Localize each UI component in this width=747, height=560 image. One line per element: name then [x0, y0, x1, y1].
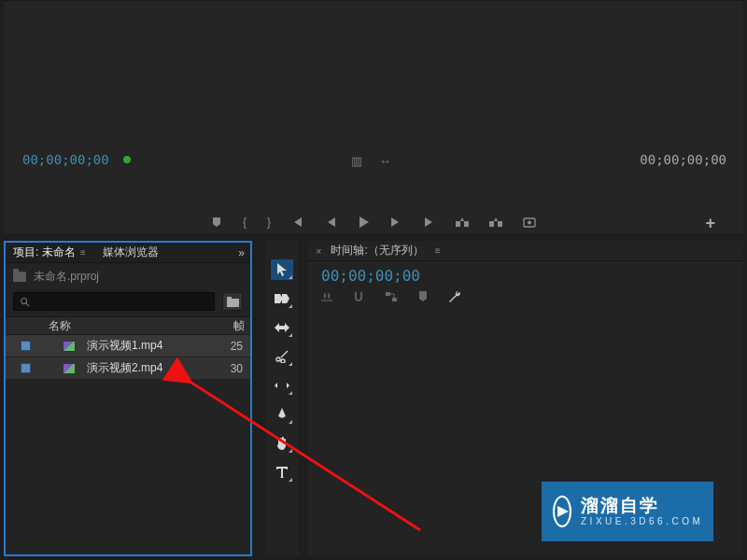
add-marker-icon[interactable] [211, 217, 222, 228]
insert-sequence-icon[interactable] [321, 291, 332, 305]
monitor-timecode-duration: 00;00;00;00 [640, 152, 726, 167]
selection-tool[interactable] [271, 259, 293, 280]
project-list-header: 名称 帧 [6, 316, 250, 335]
tool-submenu-icon [289, 420, 292, 424]
label-color-chip[interactable] [21, 363, 31, 373]
program-monitor: 00;00;00;00 00;00;00;00 ▥ ↔ { } [4, 0, 743, 233]
svg-rect-1 [464, 221, 469, 227]
item-name: 演示视频2.mp4 [87, 360, 222, 376]
watermark-url: ZIXUE.3D66.COM [581, 516, 703, 527]
tool-submenu-icon [289, 304, 292, 308]
select-zoom-icon[interactable]: ▥ [351, 154, 362, 168]
svg-rect-8 [227, 299, 239, 307]
tool-submenu-icon [289, 362, 292, 366]
go-to-in-icon[interactable] [291, 217, 304, 228]
track-select-tool[interactable] [271, 288, 293, 309]
panel-menu-icon[interactable]: ≡ [80, 247, 86, 258]
video-file-icon [63, 341, 76, 352]
project-file-name: 未命名.prproj [34, 269, 99, 285]
panel-menu-icon[interactable]: ≡ [435, 245, 441, 256]
tool-submenu-icon [289, 478, 292, 482]
tool-submenu-icon [289, 391, 292, 395]
slip-tool[interactable] [271, 375, 293, 396]
watermark-logo-icon [553, 496, 571, 527]
project-item-row[interactable]: 演示视频1.mp4 25 [6, 335, 250, 357]
transport-controls: { } [4, 211, 743, 233]
type-tool[interactable] [271, 462, 293, 483]
item-name: 演示视频1.mp4 [87, 338, 222, 354]
svg-rect-0 [456, 221, 460, 227]
button-editor-icon[interactable]: + [705, 214, 715, 233]
svg-point-5 [528, 221, 531, 225]
project-panel: 项目: 未命名 ≡ 媒体浏览器 » 未命名.prproj 名称 帧 演示视频1.… [4, 241, 252, 556]
hand-tool[interactable] [271, 433, 293, 454]
settings-dropdown-icon[interactable]: ↔ [379, 154, 391, 168]
watermark: 溜溜自学 ZIXUE.3D66.COM [542, 482, 713, 541]
tool-palette [265, 241, 299, 556]
tool-submenu-icon [289, 333, 292, 337]
project-item-row[interactable]: 演示视频2.mp4 30 [6, 357, 250, 380]
razor-tool[interactable] [271, 346, 293, 367]
column-framerate[interactable]: 帧 [222, 318, 250, 334]
pen-tool[interactable] [271, 404, 293, 425]
dropped-frame-indicator [123, 156, 131, 163]
item-framerate: 30 [222, 362, 250, 375]
close-tab-icon[interactable]: × [316, 245, 321, 257]
svg-rect-9 [227, 297, 232, 299]
bin-icon [13, 272, 26, 282]
video-file-icon [63, 363, 76, 374]
export-frame-icon[interactable] [523, 217, 536, 228]
project-search-row [6, 290, 250, 316]
tool-submenu-icon [289, 275, 292, 279]
ripple-edit-tool[interactable] [271, 317, 293, 338]
column-name[interactable]: 名称 [6, 318, 222, 334]
search-input[interactable] [13, 292, 215, 311]
play-icon[interactable] [357, 216, 370, 229]
label-color-chip[interactable] [21, 341, 31, 351]
add-marker-icon[interactable] [418, 291, 428, 305]
step-back-icon[interactable] [325, 217, 336, 228]
watermark-title: 溜溜自学 [581, 496, 703, 517]
svg-point-6 [21, 298, 27, 303]
project-panel-tabs: 项目: 未命名 ≡ 媒体浏览器 » [6, 243, 250, 263]
timeline-tab-label[interactable]: 时间轴:（无序列） [331, 243, 423, 259]
monitor-timecode-in[interactable]: 00;00;00;00 [22, 152, 109, 167]
tab-project[interactable]: 项目: 未命名 ≡ [9, 243, 90, 262]
step-forward-icon[interactable] [390, 217, 402, 228]
timeline-playhead-timecode[interactable]: 00;00;00;00 [308, 261, 743, 288]
linked-selection-icon[interactable] [385, 291, 398, 305]
monitor-display-options: ▥ ↔ [351, 154, 391, 168]
project-item-list: 演示视频1.mp4 25 演示视频2.mp4 30 [6, 335, 250, 380]
tool-submenu-icon [289, 449, 292, 453]
svg-rect-10 [386, 292, 390, 296]
new-bin-button[interactable] [222, 292, 243, 311]
timeline-tabs: × 时间轴:（无序列） ≡ [308, 241, 743, 261]
lift-icon[interactable] [456, 217, 469, 228]
extract-icon[interactable] [489, 217, 502, 228]
item-framerate: 25 [222, 340, 250, 353]
timeline-toolbar [308, 288, 743, 307]
snap-icon[interactable] [353, 291, 364, 305]
project-file-row: 未命名.prproj [6, 263, 250, 290]
go-to-out-icon[interactable] [422, 217, 435, 228]
timeline-settings-icon[interactable] [448, 290, 461, 306]
svg-line-7 [26, 302, 29, 305]
tab-media-browser[interactable]: 媒体浏览器 [99, 243, 162, 262]
tabs-overflow-icon[interactable]: » [238, 246, 245, 259]
mark-out-icon[interactable]: } [267, 216, 271, 229]
tab-project-label: 项目: 未命名 [13, 245, 76, 259]
mark-in-icon[interactable]: { [243, 216, 247, 229]
svg-rect-3 [494, 221, 498, 227]
